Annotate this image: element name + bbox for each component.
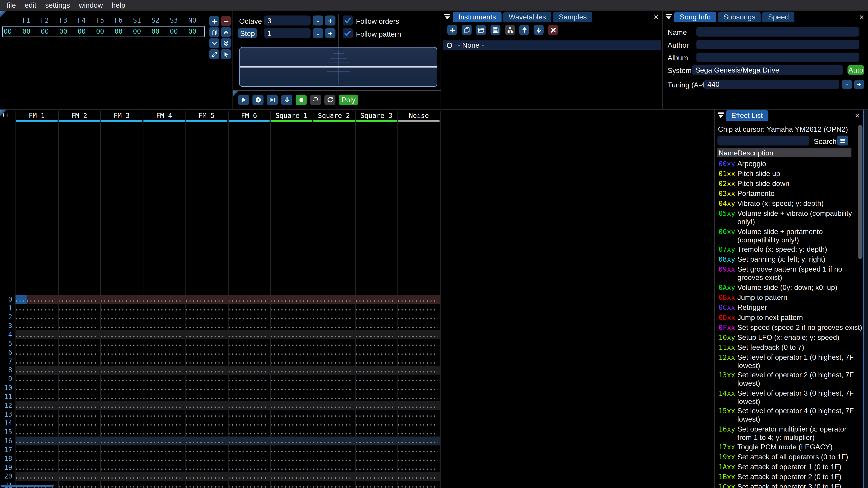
pattern-cell[interactable]: [186, 410, 225, 419]
pattern-cell[interactable]: [144, 481, 183, 488]
pattern-cell[interactable]: [356, 419, 396, 428]
pattern-cell[interactable]: [313, 313, 353, 322]
pattern-cell[interactable]: [313, 304, 353, 313]
instrument-delete-button[interactable]: [548, 25, 558, 35]
pattern-cell[interactable]: [228, 348, 268, 357]
pattern-row[interactable]: [16, 392, 440, 401]
order-remove-button[interactable]: [221, 16, 231, 26]
pattern-cell[interactable]: [101, 410, 141, 419]
pattern-cell[interactable]: [59, 383, 98, 392]
splitter[interactable]: [232, 11, 233, 109]
pattern-cell[interactable]: [186, 366, 225, 375]
instrument-save-button[interactable]: [491, 25, 500, 35]
effect-list-menu-button[interactable]: [837, 135, 848, 145]
menu-item-settings[interactable]: settings: [41, 0, 74, 11]
pattern-cell[interactable]: [101, 419, 141, 428]
pattern-cell[interactable]: [186, 304, 225, 313]
pattern-cell[interactable]: [59, 436, 98, 445]
pattern-cell[interactable]: [101, 357, 141, 366]
order-move-down-button[interactable]: [209, 38, 219, 48]
pattern-cell[interactable]: [144, 454, 183, 463]
pattern-row[interactable]: [16, 454, 440, 463]
pattern-cell[interactable]: [59, 304, 98, 313]
pattern-row[interactable]: [16, 313, 440, 322]
pattern-cell[interactable]: [228, 339, 268, 348]
splitter[interactable]: [662, 11, 662, 109]
effect-row-09xx[interactable]: 09xxSet groove pattern (speed 1 if nogro…: [717, 265, 858, 283]
collapse-arrow-icon[interactable]: [443, 13, 451, 20]
pattern-cell[interactable]: [271, 410, 311, 419]
pattern-row[interactable]: [16, 472, 440, 481]
octave-increase-button[interactable]: +: [325, 15, 336, 26]
pattern-cell[interactable]: [101, 454, 141, 463]
pattern-cell[interactable]: [228, 383, 268, 392]
pattern-cell[interactable]: [398, 357, 438, 366]
effect-row-01xx[interactable]: 01xxPitch slide up: [717, 169, 858, 179]
step-button[interactable]: Step: [238, 28, 257, 38]
pattern-row[interactable]: [16, 304, 440, 313]
order-cell[interactable]: 00: [72, 28, 91, 35]
pattern-cell[interactable]: [16, 295, 56, 304]
pattern-cell[interactable]: [59, 357, 98, 366]
pattern-cell[interactable]: [271, 330, 311, 339]
pattern-cell[interactable]: [271, 428, 311, 436]
pattern-cell[interactable]: [144, 383, 183, 392]
pattern-cell[interactable]: [228, 419, 268, 428]
pattern-cell[interactable]: [101, 481, 141, 488]
pattern-cell[interactable]: [271, 304, 311, 313]
pattern-cell[interactable]: [228, 357, 268, 366]
pattern-cell[interactable]: [186, 436, 225, 445]
pattern-cell[interactable]: [186, 375, 225, 383]
pattern-cell[interactable]: [101, 295, 141, 304]
pattern-cell[interactable]: [16, 322, 56, 330]
pattern-cell[interactable]: [16, 313, 56, 322]
pattern-cell[interactable]: [271, 322, 311, 330]
pattern-cell[interactable]: [228, 454, 268, 463]
tab-song-info[interactable]: Song Info: [674, 11, 716, 22]
pattern-cell[interactable]: [228, 295, 268, 304]
pattern-cell[interactable]: [356, 313, 396, 322]
pattern-cell[interactable]: [186, 348, 225, 357]
pattern-cell[interactable]: [101, 463, 141, 472]
pattern-cell[interactable]: [144, 304, 183, 313]
pattern-cell[interactable]: [16, 357, 56, 366]
effect-row-13xx[interactable]: 13xxSet level of operator 2 (0 highest, …: [717, 370, 858, 388]
collapse-arrow-icon[interactable]: [717, 111, 724, 119]
pattern-cell[interactable]: [356, 304, 396, 313]
pattern-cell[interactable]: [16, 445, 56, 454]
pattern-cell[interactable]: [144, 322, 183, 330]
pattern-cell[interactable]: [101, 330, 141, 339]
pattern-cell[interactable]: [16, 339, 56, 348]
order-deep-clone-button[interactable]: [209, 49, 219, 59]
pattern-cell[interactable]: [271, 472, 311, 481]
pattern-cell[interactable]: [356, 366, 396, 375]
effect-row-0Axy[interactable]: 0AxyVolume slide (0y: down; x0: up): [717, 283, 858, 292]
pattern-cell[interactable]: [313, 339, 353, 348]
pattern-cell[interactable]: [398, 410, 438, 419]
pattern-cell[interactable]: [271, 463, 311, 472]
pattern-cell[interactable]: [356, 401, 396, 410]
pattern-cell[interactable]: [271, 383, 311, 392]
pattern-cell[interactable]: [101, 339, 141, 348]
pattern-cell[interactable]: [271, 313, 311, 322]
pattern-cell[interactable]: [186, 357, 225, 366]
pattern-cell[interactable]: [313, 375, 353, 383]
effect-row-19xx[interactable]: 19xxSet attack of all operators (0 to 1F…: [717, 452, 858, 462]
pattern-cell[interactable]: [186, 472, 225, 481]
pattern-cell[interactable]: [271, 339, 311, 348]
pattern-cell[interactable]: [144, 436, 183, 445]
pattern-cell[interactable]: [16, 401, 56, 410]
channel-header-fm-4[interactable]: FM 4: [143, 112, 185, 120]
pattern-cell[interactable]: [313, 348, 353, 357]
pattern-cell[interactable]: [186, 339, 225, 348]
pattern-cell[interactable]: [271, 445, 311, 454]
pattern-cell[interactable]: [101, 313, 141, 322]
pattern-cell[interactable]: [101, 436, 141, 445]
step-decrease-button[interactable]: -: [313, 28, 323, 38]
pattern-cell[interactable]: [228, 436, 268, 445]
pattern-cell[interactable]: [186, 445, 225, 454]
pattern-cell[interactable]: [144, 313, 183, 322]
pattern-cell[interactable]: [228, 401, 268, 410]
pattern-cell[interactable]: [313, 419, 353, 428]
pattern-cell[interactable]: [186, 392, 225, 401]
